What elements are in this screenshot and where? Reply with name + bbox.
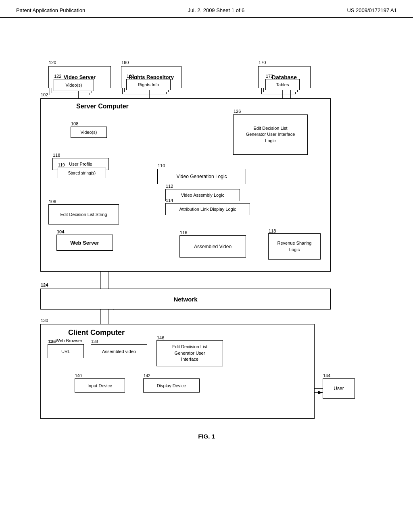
stored-strings-label: Stored string(s) <box>68 171 96 175</box>
url-label: URL <box>61 349 70 354</box>
revenue-sharing-box: 118 Revenue Sharing Logic <box>268 233 321 260</box>
assembled-video-ref: 116 <box>180 230 187 235</box>
video-assembly-ref: 112 <box>166 184 173 189</box>
network-box: 124 Network <box>40 289 331 310</box>
user-profile-ref: 118 <box>53 153 60 158</box>
tables-ref: 172 <box>266 74 273 79</box>
attribution-logic-box: 114 Attribution Link Display Logic <box>165 203 250 215</box>
server-computer-label: Server Computer <box>76 103 129 110</box>
assembled-video-client-ref: 138 <box>91 339 98 344</box>
attribution-label: Attribution Link Display Logic <box>179 207 236 212</box>
edl-gui-client-box: 146 Edit Deciision List Generator User I… <box>156 340 223 366</box>
rights-info-label: Rights Info <box>138 82 159 87</box>
input-device-label: Input Device <box>88 383 112 388</box>
tables-label: Tables <box>276 82 289 87</box>
web-server-ref: 104 <box>57 229 64 234</box>
header-right: US 2009/0172197 A1 <box>347 7 397 13</box>
web-browser-text: Web Browser <box>56 338 82 343</box>
video-server-ref: 120 <box>49 60 56 65</box>
client-computer-ref: 130 <box>41 318 48 323</box>
video-gen-logic-box: 110 Video Generation Logic <box>157 169 246 184</box>
user-box: 144 User <box>323 378 355 399</box>
database-ref: 170 <box>259 60 266 65</box>
video-gen-logic-ref: 110 <box>158 163 165 168</box>
edl-gui-logic-label: Edit Decision List Generator User Interf… <box>246 125 295 144</box>
client-computer-label: Client Computer <box>68 328 125 337</box>
videos-server-box: 108 Video(s) <box>71 127 107 138</box>
input-device-box: 140 Input Device <box>75 378 125 393</box>
video-assembly-logic-box: 112 Video Assembly Logic <box>165 189 240 201</box>
edl-gui-logic-box: 126 Edit Decision List Generator User In… <box>233 114 308 155</box>
edl-string-box: 106 Edit Decision List String <box>48 204 119 224</box>
edl-gui-client-label: Edit Deciision List Generator User Inter… <box>172 344 207 362</box>
display-device-box: 142 Display Device <box>143 378 200 393</box>
revenue-sharing-label: Revenue Sharing Logic <box>277 240 311 253</box>
assembled-video-box: 116 Assembled Video <box>179 235 246 258</box>
revenue-sharing-ref: 118 <box>269 228 276 234</box>
videos-top-box: 122 Video(s) <box>54 79 94 91</box>
rights-info-ref: 162 <box>127 74 134 79</box>
video-gen-logic-label: Video Generation Logic <box>176 174 227 179</box>
videos-server-label: Video(s) <box>81 130 97 135</box>
videos-top-label: Video(s) <box>66 83 82 87</box>
videos-server-ref: 108 <box>71 121 78 126</box>
url-ref: 136 <box>48 339 55 344</box>
stored-strings-ref: 119 <box>58 163 65 167</box>
display-device-ref: 142 <box>144 374 150 378</box>
user-ref: 144 <box>323 373 330 378</box>
edl-string-ref: 106 <box>49 199 56 204</box>
input-device-ref: 140 <box>75 374 82 378</box>
network-ref: 124 <box>41 283 48 287</box>
url-box: 136 URL <box>48 344 84 358</box>
edl-gui-client-ref: 146 <box>157 335 164 341</box>
web-server-label: Web Server <box>70 240 99 246</box>
display-device-label: Display Device <box>157 383 186 388</box>
diagram-area: 120 Video Server 122 Video(s) 160 Rights… <box>0 18 413 501</box>
header-center: Jul. 2, 2009 Sheet 1 of 6 <box>188 7 244 13</box>
attribution-ref: 114 <box>166 198 173 203</box>
rights-info-box: 162 Rights Info <box>126 79 171 90</box>
video-assembly-label: Video Assembly Logic <box>181 193 224 197</box>
figure-caption: FIG. 1 <box>0 433 413 440</box>
edl-string-label: Edit Decision List String <box>60 212 107 217</box>
edl-gui-logic-ref: 126 <box>234 108 241 114</box>
rights-repo-ref: 160 <box>121 60 129 65</box>
page-header: Patent Application Publication Jul. 2, 2… <box>0 0 413 18</box>
stored-strings-box: 119 Stored string(s) <box>58 168 106 178</box>
user-label: User <box>334 386 344 391</box>
fig-caption-text: FIG. 1 <box>198 433 215 440</box>
user-profile-label: User Profile <box>69 162 92 166</box>
server-computer-ref: 102 <box>41 92 48 97</box>
header-left: Patent Application Publication <box>16 7 85 13</box>
assembled-video-client-box: 138 Assembled video <box>91 344 147 358</box>
assembled-video-client-label: Assembled video <box>102 349 136 354</box>
videos-top-ref: 122 <box>54 74 61 79</box>
assembled-video-label: Assembled Video <box>194 244 232 249</box>
tables-box: 172 Tables <box>265 79 300 90</box>
network-label: Network <box>173 296 197 303</box>
web-server-box: 104 Web Server <box>56 235 113 251</box>
